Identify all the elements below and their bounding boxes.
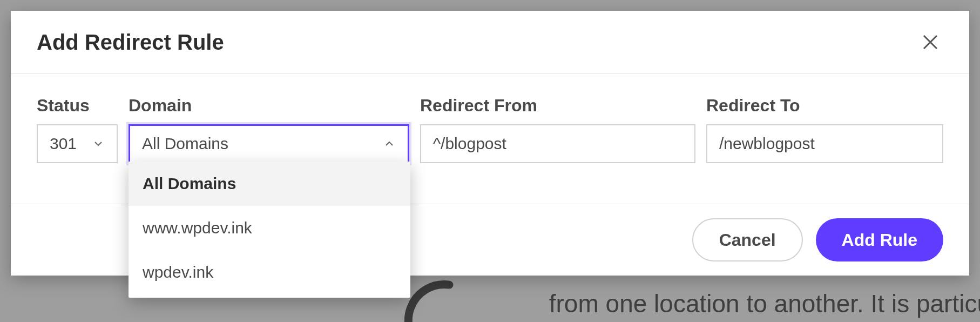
redirect-to-label: Redirect To [706,96,943,116]
close-icon [921,32,940,52]
domain-dropdown: All Domains www.wpdev.ink wpdev.ink [129,162,410,298]
add-redirect-modal: Add Redirect Rule Status 301 Domain All … [11,11,969,276]
cancel-button[interactable]: Cancel [692,218,803,261]
status-value: 301 [50,135,77,153]
chevron-down-icon [92,137,105,150]
domain-select[interactable]: All Domains [129,124,409,163]
loading-spinner-icon [400,276,489,322]
chevron-up-icon [383,137,396,150]
redirect-from-input-wrap [420,124,695,163]
domain-value: All Domains [142,135,228,153]
modal-header: Add Redirect Rule [11,11,969,74]
redirect-from-label: Redirect From [420,96,695,116]
redirect-to-input[interactable] [719,135,930,153]
domain-option[interactable]: wpdev.ink [129,250,410,294]
domain-option[interactable]: www.wpdev.ink [129,206,410,250]
add-rule-button[interactable]: Add Rule [816,218,943,261]
domain-label: Domain [129,96,409,116]
background-line: from one location to another. It is part… [549,286,980,321]
modal-title: Add Redirect Rule [37,30,224,55]
domain-field: Domain All Domains All Domains www.wpdev… [129,96,409,163]
svg-point-0 [400,276,489,322]
background-paragraph: from one location to another. It is part… [549,286,980,322]
close-button[interactable] [917,29,943,55]
redirect-to-field: Redirect To [706,96,943,163]
status-field: Status 301 [37,96,118,163]
status-label: Status [37,96,118,116]
modal-body: Status 301 Domain All Domains All Domain… [11,74,969,163]
redirect-from-input[interactable] [433,135,682,153]
redirect-to-input-wrap [706,124,943,163]
status-select[interactable]: 301 [37,124,118,163]
redirect-from-field: Redirect From [420,96,695,163]
domain-option[interactable]: All Domains [129,162,410,206]
